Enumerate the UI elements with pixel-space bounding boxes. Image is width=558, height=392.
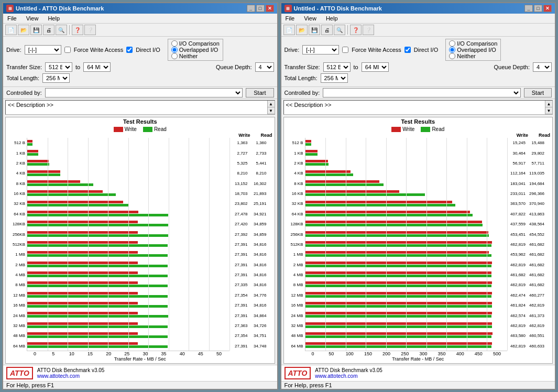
scroll-up-btn[interactable]: ▲ xyxy=(545,101,552,107)
scroll-down-btn[interactable]: ▼ xyxy=(545,107,552,114)
controlled-by-select[interactable] xyxy=(45,88,243,97)
maximize-button[interactable]: □ xyxy=(256,5,265,12)
io-comparison-radio[interactable] xyxy=(449,40,455,47)
read-bar xyxy=(305,193,425,196)
toolbar-btn-2[interactable]: 💾 xyxy=(309,25,320,35)
description-scrollbar[interactable]: ▲ ▼ xyxy=(267,101,275,114)
transfer-size-from-select[interactable]: 512 B xyxy=(323,62,351,72)
maximize-button[interactable]: □ xyxy=(534,5,542,12)
x-tick: 400 xyxy=(451,351,469,356)
transfer-size-to-select[interactable]: 64 MB xyxy=(362,62,389,72)
row-label: 128KB xyxy=(7,222,25,226)
scroll-down-btn[interactable]: ▼ xyxy=(268,107,275,114)
row-label: 16 MB xyxy=(285,303,303,308)
drive-row: Drive: [-|-] Force Write Access Direct I… xyxy=(285,39,552,61)
atto-logo: ATTO xyxy=(285,367,311,379)
read-bar xyxy=(27,265,168,267)
write-value: 461,682 xyxy=(509,273,526,277)
read-value: 34,816 xyxy=(250,282,267,287)
bar-row xyxy=(305,149,508,157)
transfer-size-from-select[interactable]: 512 B xyxy=(45,62,72,72)
read-value: 1,360 xyxy=(250,140,267,145)
transfer-size-to-select[interactable]: 64 MB xyxy=(83,62,111,72)
menu-help[interactable]: Help xyxy=(324,15,340,22)
toolbar-btn-2[interactable]: 💾 xyxy=(30,25,42,35)
drive-select[interactable]: [-|-] xyxy=(25,45,61,55)
io-comparison-radio[interactable] xyxy=(171,40,178,47)
menu-file[interactable]: File xyxy=(5,15,19,22)
drive-label: Drive: xyxy=(285,47,300,53)
minimize-button[interactable]: _ xyxy=(524,5,533,12)
toolbar-btn-7[interactable]: ❔ xyxy=(363,25,374,35)
direct-io-checkbox[interactable] xyxy=(126,47,133,53)
description-text: << Description >> xyxy=(8,102,53,108)
write-bar xyxy=(27,342,138,345)
toolbar-btn-4[interactable]: 🔍 xyxy=(56,25,67,35)
overlapped-io-label: Overlapped I/O xyxy=(179,47,218,53)
row-label: 64 KB xyxy=(7,212,25,216)
toolbar-btn-0[interactable]: 📄 xyxy=(283,25,295,35)
scroll-up-btn[interactable]: ▲ xyxy=(268,101,275,107)
write-bar xyxy=(27,292,138,295)
value-row: 462,819 461,682 xyxy=(509,242,551,247)
queue-depth-select[interactable]: 4 xyxy=(533,62,552,72)
close-button[interactable]: ✕ xyxy=(266,5,274,12)
menu-view[interactable]: View xyxy=(24,15,41,22)
write-bar xyxy=(305,241,493,244)
menu-view[interactable]: View xyxy=(302,15,319,22)
force-write-checkbox[interactable] xyxy=(342,47,348,53)
read-value: 34,864 xyxy=(250,313,267,318)
menu-help[interactable]: Help xyxy=(46,15,62,22)
row-label: 8 KB xyxy=(285,181,303,186)
toolbar-btn-3[interactable]: 🖨 xyxy=(43,25,54,35)
write-value: 363,570 xyxy=(509,201,526,206)
write-bar xyxy=(27,190,103,193)
read-bar xyxy=(305,153,318,156)
write-value: 27,354 xyxy=(231,333,248,338)
start-button[interactable]: Start xyxy=(246,88,273,97)
force-write-checkbox[interactable] xyxy=(64,47,71,53)
overlapped-io-radio[interactable] xyxy=(171,47,178,53)
footer-text: ATTO Disk Benchmark v3.05 www.attotech.c… xyxy=(37,367,105,379)
toolbar-btn-1[interactable]: 📂 xyxy=(296,25,308,35)
toolbar-btn-7[interactable]: ❔ xyxy=(84,25,96,35)
toolbar-btn-1[interactable]: 📂 xyxy=(18,25,29,35)
value-row: 18,703 21,893 xyxy=(231,191,273,196)
read-bar xyxy=(27,224,168,226)
toolbar-btn-6[interactable]: ❓ xyxy=(350,25,362,35)
toolbar-btn-3[interactable]: 🖨 xyxy=(321,25,333,35)
total-length-select[interactable]: 256 MB xyxy=(321,73,348,83)
direct-io-checkbox[interactable] xyxy=(404,47,411,53)
row-label: 32 KB xyxy=(285,201,303,206)
bar-row xyxy=(305,190,508,197)
value-row: 27,392 34,859 xyxy=(231,232,273,237)
row-label: 16 MB xyxy=(7,303,25,308)
controlled-by-select[interactable] xyxy=(323,88,520,97)
write-value: 15,245 xyxy=(509,140,526,145)
start-button[interactable]: Start xyxy=(524,88,552,97)
bar-row xyxy=(305,139,508,147)
read-bar xyxy=(305,285,492,287)
toolbar-btn-4[interactable]: 🔍 xyxy=(334,25,345,35)
minimize-button[interactable]: _ xyxy=(247,5,255,12)
menu-file[interactable]: File xyxy=(283,15,297,22)
overlapped-io-radio[interactable] xyxy=(449,47,455,53)
write-value: 27,391 xyxy=(231,303,248,308)
toolbar-btn-6[interactable]: ❓ xyxy=(72,25,83,35)
write-value: 2,727 xyxy=(231,151,248,156)
read-bar xyxy=(305,143,312,146)
close-button[interactable]: ✕ xyxy=(543,5,552,12)
value-row: 407,822 413,863 xyxy=(509,212,551,216)
bar-row xyxy=(27,322,229,329)
drive-select[interactable]: [-|-] xyxy=(302,45,339,55)
read-value: 25,191 xyxy=(250,201,267,206)
queue-depth-select[interactable]: 4 xyxy=(255,62,274,72)
total-length-select[interactable]: 256 MB xyxy=(42,73,70,83)
read-value: 119,035 xyxy=(528,171,544,176)
neither-radio[interactable] xyxy=(449,53,455,59)
toolbar-btn-0[interactable]: 📄 xyxy=(5,25,17,35)
write-value: 27,391 xyxy=(231,263,248,267)
write-value: 462,819 xyxy=(509,282,526,287)
description-scrollbar[interactable]: ▲ ▼ xyxy=(545,101,552,114)
neither-radio[interactable] xyxy=(171,53,178,59)
